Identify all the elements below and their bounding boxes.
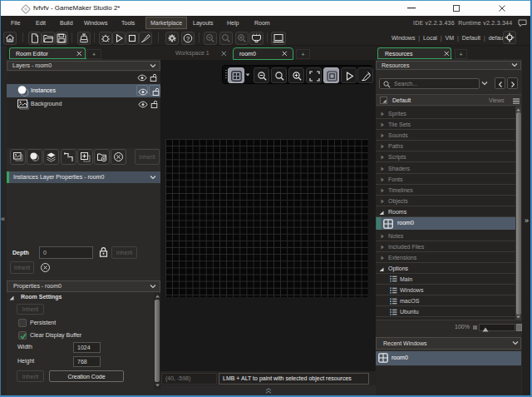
svg-text:?: ? — [186, 34, 190, 42]
